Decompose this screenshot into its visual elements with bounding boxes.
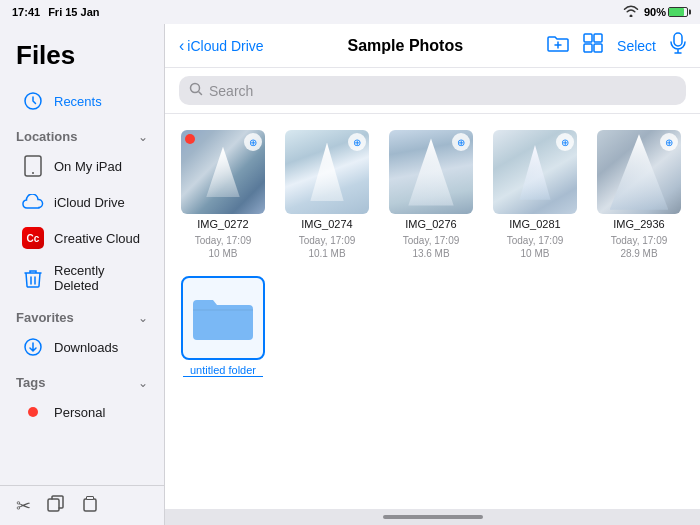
battery-percent: 90% [644, 6, 666, 18]
search-input-wrap[interactable] [179, 76, 686, 105]
sidebar-item-recents[interactable]: Recents [6, 84, 158, 118]
date: Fri 15 Jan [48, 6, 99, 18]
file-options-icon[interactable]: ⊕ [348, 133, 366, 151]
list-item[interactable]: ⊕ IMG_0274 Today, 17:09 10.1 MB [283, 130, 371, 260]
back-button[interactable]: ‹ iCloud Drive [179, 37, 264, 55]
file-date: Today, 17:09 [299, 235, 356, 246]
favorites-label: Favorites [16, 310, 74, 325]
microphone-icon[interactable] [670, 32, 686, 59]
recents-icon [22, 90, 44, 112]
list-item[interactable]: ⊕ IMG_2936 Today, 17:09 28.9 MB [595, 130, 683, 260]
on-my-ipad-label: On My iPad [54, 159, 122, 174]
creative-cloud-icon: Cc [22, 227, 44, 249]
svg-rect-7 [584, 34, 592, 42]
back-label: iCloud Drive [187, 38, 263, 54]
file-meta: Today, 17:09 28.9 MB [611, 234, 668, 260]
file-thumbnail: ⊕ [493, 130, 577, 214]
sidebar-item-recently-deleted[interactable]: Recently Deleted [6, 257, 158, 299]
file-meta: Today, 17:09 10 MB [195, 234, 252, 260]
file-options-icon[interactable]: ⊕ [244, 133, 262, 151]
downloads-label: Downloads [54, 340, 118, 355]
file-name: IMG_0276 [405, 218, 456, 230]
top-bar-actions: Select [547, 32, 686, 59]
svg-rect-9 [584, 44, 592, 52]
locations-label: Locations [16, 129, 77, 144]
sidebar-recents-label: Recents [54, 94, 102, 109]
svg-rect-4 [48, 499, 59, 511]
tags-label: Tags [16, 375, 45, 390]
icloud-drive-label: iCloud Drive [54, 195, 125, 210]
file-size: 13.6 MB [412, 248, 449, 259]
personal-label: Personal [54, 405, 105, 420]
file-badge [185, 134, 195, 144]
scissors-icon[interactable]: ✂ [16, 495, 31, 517]
grid-view-icon[interactable] [583, 33, 603, 58]
trash-icon [22, 267, 44, 289]
file-meta: Today, 17:09 13.6 MB [403, 234, 460, 260]
status-left: 17:41 Fri 15 Jan [12, 6, 100, 18]
svg-rect-8 [594, 34, 602, 42]
status-right: 90% [623, 5, 688, 19]
file-meta: Today, 17:09 10.1 MB [299, 234, 356, 260]
icloud-drive-icon [22, 191, 44, 213]
file-options-icon[interactable]: ⊕ [660, 133, 678, 151]
file-options-icon[interactable]: ⊕ [452, 133, 470, 151]
main-layout: Files Recents Locations ⌄ On M [0, 24, 700, 525]
locations-chevron-icon: ⌄ [138, 130, 148, 144]
scroll-indicator [165, 509, 700, 525]
sidebar-item-downloads[interactable]: Downloads [6, 330, 158, 364]
file-date: Today, 17:09 [403, 235, 460, 246]
file-date: Today, 17:09 [611, 235, 668, 246]
search-input[interactable] [209, 83, 676, 99]
time: 17:41 [12, 6, 40, 18]
file-date: Today, 17:09 [507, 235, 564, 246]
sidebar-item-icloud-drive[interactable]: iCloud Drive [6, 185, 158, 219]
file-meta: Today, 17:09 10 MB [507, 234, 564, 260]
sidebar-item-on-my-ipad[interactable]: On My iPad [6, 149, 158, 183]
tags-chevron-icon: ⌄ [138, 376, 148, 390]
sidebar-section-locations[interactable]: Locations ⌄ [0, 125, 164, 148]
folder-name-input[interactable] [183, 364, 263, 377]
sidebar-section-favorites[interactable]: Favorites ⌄ [0, 306, 164, 329]
file-size: 10 MB [521, 248, 550, 259]
svg-rect-6 [87, 497, 94, 500]
recently-deleted-label: Recently Deleted [54, 263, 142, 293]
list-item[interactable]: ⊕ IMG_0272 Today, 17:09 10 MB [179, 130, 267, 260]
svg-rect-10 [594, 44, 602, 52]
sidebar-item-personal[interactable]: Personal [6, 395, 158, 429]
file-thumbnail: ⊕ [181, 130, 265, 214]
favorites-chevron-icon: ⌄ [138, 311, 148, 325]
file-name: IMG_0274 [301, 218, 352, 230]
sidebar-item-creative-cloud[interactable]: Cc Creative Cloud [6, 221, 158, 255]
paste-icon[interactable] [81, 494, 99, 517]
search-icon [189, 82, 203, 99]
file-name: IMG_2936 [613, 218, 664, 230]
list-item[interactable]: ⊕ IMG_0276 Today, 17:09 13.6 MB [387, 130, 475, 260]
new-folder-icon[interactable] [547, 34, 569, 57]
svg-rect-5 [84, 499, 96, 511]
search-bar [165, 68, 700, 114]
list-item-new-folder[interactable] [179, 276, 267, 377]
file-size: 28.9 MB [620, 248, 657, 259]
status-bar: 17:41 Fri 15 Jan 90% [0, 0, 700, 24]
battery-indicator: 90% [644, 6, 688, 18]
list-item[interactable]: ⊕ IMG_0281 Today, 17:09 10 MB [491, 130, 579, 260]
file-name: IMG_0281 [509, 218, 560, 230]
file-thumbnail: ⊕ [285, 130, 369, 214]
personal-tag-icon [22, 401, 44, 423]
back-chevron-icon: ‹ [179, 37, 184, 55]
file-date: Today, 17:09 [195, 235, 252, 246]
file-options-icon[interactable]: ⊕ [556, 133, 574, 151]
sidebar-title: Files [0, 36, 164, 83]
folder-thumbnail-selected [181, 276, 265, 360]
sidebar-section-tags[interactable]: Tags ⌄ [0, 371, 164, 394]
scroll-bar [383, 515, 483, 519]
file-size: 10 MB [209, 248, 238, 259]
file-name: IMG_0272 [197, 218, 248, 230]
files-grid: ⊕ IMG_0272 Today, 17:09 10 MB ⊕ IMG_0274… [165, 114, 700, 509]
content-area: ‹ iCloud Drive Sample Photos [165, 24, 700, 525]
select-button[interactable]: Select [617, 38, 656, 54]
svg-point-12 [191, 84, 200, 93]
file-thumbnail: ⊕ [597, 130, 681, 214]
copy-icon[interactable] [47, 494, 65, 517]
